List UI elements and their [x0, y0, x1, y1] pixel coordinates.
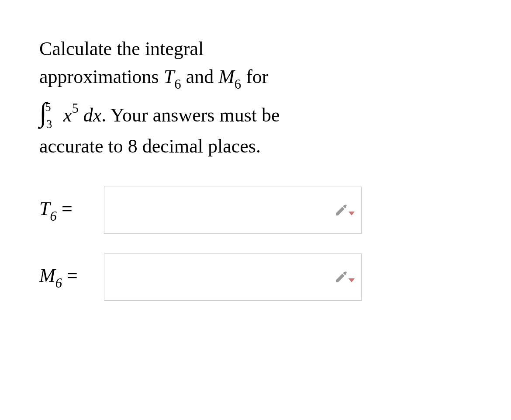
t6-label-sub: 6 — [50, 209, 56, 224]
m6-edit-toggle[interactable] — [334, 270, 355, 284]
question-line2-prefix: approximations — [39, 66, 164, 87]
t-variable: T — [164, 66, 174, 87]
pencil-icon — [334, 270, 348, 284]
pencil-icon — [334, 203, 348, 217]
t6-label: T6 = — [39, 198, 96, 223]
m6-answer-row: M6 = — [39, 253, 472, 301]
svg-point-0 — [345, 205, 347, 207]
integral-expression: ∫53 — [39, 93, 59, 132]
svg-point-1 — [345, 272, 347, 274]
t6-edit-toggle[interactable] — [334, 203, 355, 217]
for-word: for — [241, 66, 268, 87]
question-text: Calculate the integral approximations T6… — [39, 35, 472, 160]
m6-label: M6 = — [39, 264, 96, 290]
m6-input[interactable] — [111, 254, 334, 300]
dx: dx — [79, 104, 102, 126]
integral-upper-limit: 5 — [45, 101, 51, 114]
t6-input[interactable] — [111, 187, 334, 233]
t6-answer-row: T6 = — [39, 187, 472, 234]
period: . — [101, 104, 110, 126]
and-word: and — [181, 66, 219, 87]
m6-input-wrapper[interactable] — [104, 253, 362, 301]
integral-lower-limit: 3 — [46, 118, 52, 131]
m6-equals: = — [62, 265, 78, 286]
m-subscript: 6 — [235, 77, 241, 92]
integrand-exponent: 5 — [72, 101, 78, 116]
chevron-down-icon — [349, 278, 355, 282]
m6-label-var: M — [39, 265, 55, 286]
t6-label-var: T — [39, 198, 50, 219]
question-line4: accurate to 8 decimal places. — [39, 135, 261, 157]
question-line1: Calculate the integral — [39, 38, 204, 59]
t-subscript: 6 — [174, 77, 181, 92]
integrand-x: x — [63, 104, 72, 126]
m-variable: M — [218, 66, 235, 87]
chevron-down-icon — [349, 212, 355, 215]
t6-equals: = — [57, 198, 73, 219]
t6-input-wrapper[interactable] — [104, 187, 362, 234]
question-line3: Your answers must be — [110, 104, 280, 126]
m6-label-sub: 6 — [55, 276, 62, 291]
